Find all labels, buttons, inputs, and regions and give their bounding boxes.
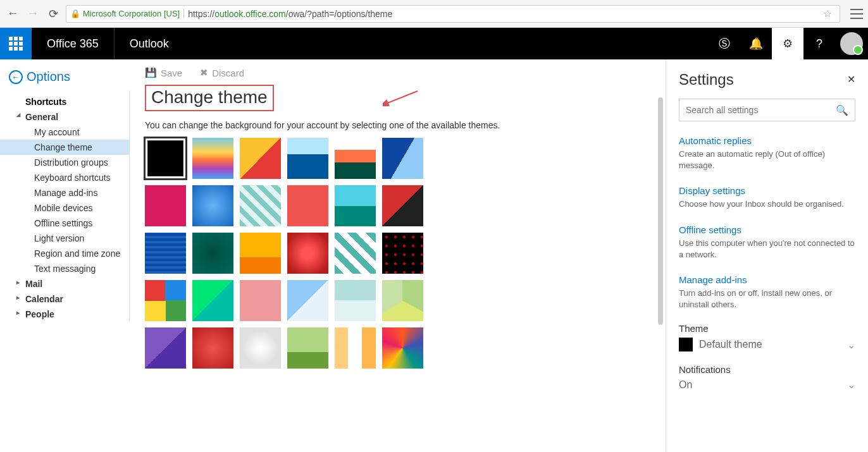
theme-tile[interactable]	[240, 327, 281, 369]
save-icon: 💾	[145, 67, 157, 78]
theme-tile[interactable]	[287, 233, 328, 274]
verified-org: Microsoft Corporation [US]	[83, 9, 184, 18]
options-back-link[interactable]: ← Options	[9, 70, 70, 84]
browser-chrome: ← → ⟳ 🔒 Microsoft Corporation [US] https…	[0, 0, 868, 28]
settings-link[interactable]: Automatic replies	[679, 135, 855, 146]
back-arrow-icon: ←	[9, 70, 23, 84]
toolbar: 💾 Save ✖ Discard	[145, 67, 650, 78]
help-icon[interactable]: ?	[803, 28, 835, 59]
theme-tile[interactable]	[287, 280, 328, 321]
theme-label: Theme	[679, 323, 855, 334]
options-label: Options	[27, 70, 70, 84]
sidebar-mail[interactable]: Mail	[0, 276, 129, 291]
sidebar-item-distribution[interactable]: Distribution groups	[0, 155, 129, 170]
sidebar-people[interactable]: People	[0, 307, 129, 322]
theme-tile[interactable]	[287, 138, 328, 179]
skype-icon[interactable]: Ⓢ	[709, 28, 740, 59]
settings-link[interactable]: Manage add-ins	[679, 274, 855, 285]
settings-sub: Use this computer when you're not connec…	[679, 238, 855, 260]
url-bar[interactable]: 🔒 Microsoft Corporation [US] https://out…	[66, 5, 840, 23]
page-title: Change theme	[145, 85, 274, 111]
avatar[interactable]	[840, 32, 863, 55]
theme-tile[interactable]	[382, 138, 423, 179]
sidebar-item-keyboard[interactable]: Keyboard shortcuts	[0, 170, 129, 185]
settings-link[interactable]: Display settings	[679, 185, 855, 196]
theme-selector[interactable]: Default theme ⌄	[679, 338, 855, 351]
save-label: Save	[161, 68, 182, 78]
browser-menu-icon[interactable]	[850, 9, 863, 19]
sidebar-calendar[interactable]: Calendar	[0, 291, 129, 307]
settings-block: Offline settingsUse this computer when y…	[679, 224, 855, 260]
notifications-icon[interactable]: 🔔	[740, 28, 772, 59]
main-content: 💾 Save ✖ Discard Change theme You can ch…	[130, 59, 666, 452]
settings-search[interactable]: 🔍	[679, 99, 855, 121]
discard-label: Discard	[212, 68, 244, 78]
theme-tile[interactable]	[335, 138, 376, 179]
theme-tile[interactable]	[287, 185, 328, 226]
star-icon[interactable]: ☆	[819, 8, 836, 20]
theme-tile[interactable]	[382, 280, 423, 321]
theme-tile[interactable]	[240, 233, 281, 274]
discard-button[interactable]: ✖ Discard	[200, 67, 244, 78]
sidebar-item-offline[interactable]: Offline settings	[0, 216, 129, 231]
reload-button[interactable]: ⟳	[46, 6, 61, 21]
page-description: You can change the background for your a…	[145, 120, 650, 130]
app-launcher-icon[interactable]	[0, 28, 32, 59]
sidebar-item-mobile[interactable]: Mobile devices	[0, 200, 129, 216]
search-icon[interactable]: 🔍	[836, 104, 848, 116]
app-label[interactable]: Outlook	[115, 37, 184, 51]
back-button[interactable]: ←	[5, 6, 20, 21]
sidebar-item-text[interactable]: Text messaging	[0, 261, 129, 276]
theme-tile[interactable]	[192, 233, 233, 274]
theme-tile[interactable]	[192, 138, 233, 179]
theme-grid	[145, 138, 650, 369]
theme-tile[interactable]	[145, 185, 186, 226]
theme-tile[interactable]	[335, 327, 376, 369]
chevron-down-icon: ⌄	[847, 339, 855, 351]
sidebar-general[interactable]: General	[0, 109, 129, 125]
settings-block: Display settingsChoose how your Inbox sh…	[679, 185, 855, 210]
theme-tile[interactable]	[240, 280, 281, 321]
sidebar-item-addins[interactable]: Manage add-ins	[0, 185, 129, 200]
lock-icon: 🔒	[70, 9, 80, 18]
theme-tile[interactable]	[145, 327, 186, 369]
url-scheme: https://	[188, 9, 214, 19]
sidebar-item-region[interactable]: Region and time zone	[0, 246, 129, 261]
theme-tile[interactable]	[382, 233, 423, 274]
close-icon[interactable]: ✕	[847, 73, 855, 85]
theme-tile[interactable]	[192, 280, 233, 321]
theme-tile[interactable]	[240, 185, 281, 226]
theme-value: Default theme	[699, 339, 762, 350]
theme-tile[interactable]	[192, 327, 233, 369]
save-button[interactable]: 💾 Save	[145, 67, 182, 78]
settings-sub: Create an automatic reply (Out of office…	[679, 149, 855, 171]
theme-tile[interactable]	[335, 185, 376, 226]
scrollbar-thumb[interactable]	[658, 97, 663, 325]
settings-block: Automatic repliesCreate an automatic rep…	[679, 135, 855, 171]
sidebar-item-my-account[interactable]: My account	[0, 125, 129, 140]
settings-sub: Turn add-ins on or off, install new ones…	[679, 288, 855, 310]
theme-tile[interactable]	[145, 138, 186, 179]
settings-search-input[interactable]	[686, 105, 836, 115]
theme-tile[interactable]	[192, 185, 233, 226]
svg-line-0	[386, 91, 418, 104]
settings-link[interactable]: Offline settings	[679, 224, 855, 235]
sidebar-shortcuts[interactable]: Shortcuts	[0, 94, 129, 109]
theme-tile[interactable]	[287, 327, 328, 369]
forward-button[interactable]: →	[25, 6, 40, 21]
settings-block: Manage add-insTurn add-ins on or off, in…	[679, 274, 855, 310]
theme-tile[interactable]	[240, 138, 281, 179]
notifications-label: Notifications	[679, 364, 855, 375]
settings-sub: Choose how your Inbox should be organise…	[679, 199, 855, 210]
sidebar-item-change-theme[interactable]: Change theme	[0, 140, 129, 155]
settings-gear-icon[interactable]: ⚙	[772, 28, 803, 59]
sidebar-item-light[interactable]: Light version	[0, 231, 129, 246]
theme-tile[interactable]	[382, 185, 423, 226]
theme-tile[interactable]	[335, 233, 376, 274]
theme-tile[interactable]	[335, 280, 376, 321]
notifications-selector[interactable]: On ⌄	[679, 379, 855, 391]
theme-tile[interactable]	[382, 327, 423, 369]
theme-tile[interactable]	[145, 233, 186, 274]
theme-tile[interactable]	[145, 280, 186, 321]
brand-label[interactable]: Office 365	[32, 28, 115, 59]
